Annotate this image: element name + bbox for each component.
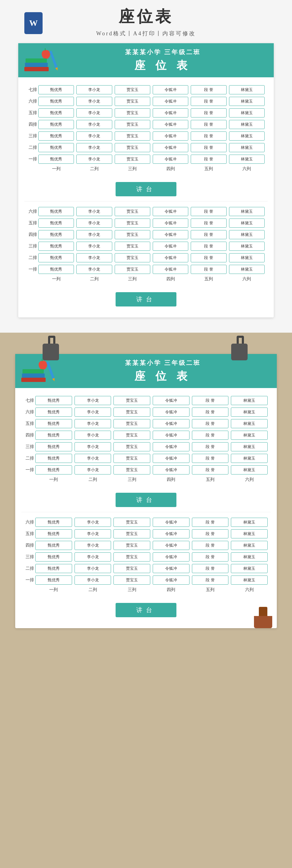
seat[interactable]: 段 誉 xyxy=(192,465,229,474)
seat[interactable]: 李小龙 xyxy=(74,552,111,561)
seat[interactable]: 段 誉 xyxy=(192,407,229,417)
seat[interactable]: 令狐冲 xyxy=(153,242,188,251)
seat[interactable]: 甄优秀 xyxy=(35,564,72,573)
seat[interactable]: 李小龙 xyxy=(74,529,111,538)
seat[interactable]: 林黛玉 xyxy=(229,131,265,141)
seat[interactable]: 甄优秀 xyxy=(38,97,74,106)
seat[interactable]: 贾宝玉 xyxy=(113,454,150,463)
seat[interactable]: 李小龙 xyxy=(76,219,112,228)
seat[interactable]: 李小龙 xyxy=(74,419,111,428)
seat[interactable]: 段 誉 xyxy=(191,108,226,118)
seat[interactable]: 李小龙 xyxy=(76,242,112,251)
seat[interactable]: 李小龙 xyxy=(76,120,112,129)
seat[interactable]: 李小龙 xyxy=(74,541,111,550)
seat[interactable]: 贾宝玉 xyxy=(113,442,150,451)
seat[interactable]: 令狐冲 xyxy=(153,518,190,527)
seat[interactable]: 甄优秀 xyxy=(38,265,74,274)
seat[interactable]: 林黛玉 xyxy=(231,396,268,405)
seat[interactable]: 段 誉 xyxy=(192,529,229,538)
seat[interactable]: 林黛玉 xyxy=(229,85,265,94)
seat[interactable]: 贾宝玉 xyxy=(113,465,150,474)
seat[interactable]: 令狐冲 xyxy=(153,219,188,228)
seat[interactable]: 令狐冲 xyxy=(153,155,188,164)
seat[interactable]: 林黛玉 xyxy=(231,442,268,451)
seat[interactable]: 林黛玉 xyxy=(231,407,268,417)
seat[interactable]: 贾宝玉 xyxy=(115,155,150,164)
seat[interactable]: 甄优秀 xyxy=(35,454,72,463)
seat[interactable]: 林黛玉 xyxy=(231,518,268,527)
seat[interactable]: 段 誉 xyxy=(191,131,226,141)
seat[interactable]: 李小龙 xyxy=(74,564,111,573)
seat[interactable]: 林黛玉 xyxy=(231,552,268,561)
seat[interactable]: 令狐冲 xyxy=(153,552,190,561)
seat[interactable]: 令狐冲 xyxy=(153,97,188,106)
seat[interactable]: 李小龙 xyxy=(74,518,111,527)
seat[interactable]: 段 誉 xyxy=(192,564,229,573)
seat[interactable]: 令狐冲 xyxy=(153,454,190,463)
seat[interactable]: 贾宝玉 xyxy=(115,230,150,239)
seat[interactable]: 李小龙 xyxy=(74,431,111,440)
seat[interactable]: 甄优秀 xyxy=(35,407,72,417)
seat[interactable]: 林黛玉 xyxy=(231,454,268,463)
seat[interactable]: 段 誉 xyxy=(191,120,226,129)
seat[interactable]: 李小龙 xyxy=(74,442,111,451)
seat[interactable]: 林黛玉 xyxy=(229,155,265,164)
seat[interactable]: 段 誉 xyxy=(192,552,229,561)
seat[interactable]: 贾宝玉 xyxy=(113,552,150,561)
seat[interactable]: 甄优秀 xyxy=(38,143,74,152)
seat[interactable]: 林黛玉 xyxy=(229,143,265,152)
seat[interactable]: 令狐冲 xyxy=(153,253,188,262)
seat[interactable]: 林黛玉 xyxy=(229,265,265,274)
seat[interactable]: 贾宝玉 xyxy=(113,541,150,550)
seat[interactable]: 令狐冲 xyxy=(153,564,190,573)
seat[interactable]: 贾宝玉 xyxy=(115,143,150,152)
seat[interactable]: 令狐冲 xyxy=(153,85,188,94)
seat[interactable]: 令狐冲 xyxy=(153,407,190,417)
seat[interactable]: 贾宝玉 xyxy=(113,529,150,538)
seat[interactable]: 李小龙 xyxy=(74,465,111,474)
seat[interactable]: 林黛玉 xyxy=(229,120,265,129)
seat[interactable]: 甄优秀 xyxy=(38,131,74,141)
seat[interactable]: 贾宝玉 xyxy=(115,242,150,251)
seat[interactable]: 李小龙 xyxy=(74,454,111,463)
seat[interactable]: 李小龙 xyxy=(76,230,112,239)
seat[interactable]: 贾宝玉 xyxy=(113,419,150,428)
seat[interactable]: 令狐冲 xyxy=(153,529,190,538)
seat[interactable]: 段 誉 xyxy=(192,541,229,550)
seat[interactable]: 段 誉 xyxy=(191,97,226,106)
seat[interactable]: 甄优秀 xyxy=(35,541,72,550)
seat[interactable]: 段 誉 xyxy=(191,219,226,228)
seat[interactable]: 段 誉 xyxy=(192,396,229,405)
seat[interactable]: 令狐冲 xyxy=(153,431,190,440)
seat[interactable]: 李小龙 xyxy=(76,155,112,164)
seat[interactable]: 甄优秀 xyxy=(38,120,74,129)
seat[interactable]: 林黛玉 xyxy=(231,419,268,428)
seat[interactable]: 李小龙 xyxy=(76,143,112,152)
seat[interactable]: 李小龙 xyxy=(76,85,112,94)
seat[interactable]: 贾宝玉 xyxy=(115,207,150,216)
seat[interactable]: 贾宝玉 xyxy=(115,219,150,228)
seat[interactable]: 令狐冲 xyxy=(153,442,190,451)
seat[interactable]: 林黛玉 xyxy=(229,207,265,216)
seat[interactable]: 段 誉 xyxy=(191,242,226,251)
seat[interactable]: 甄优秀 xyxy=(35,465,72,474)
seat[interactable]: 贾宝玉 xyxy=(113,576,150,585)
seat[interactable]: 甄优秀 xyxy=(35,518,72,527)
seat[interactable]: 贾宝玉 xyxy=(115,85,150,94)
seat[interactable]: 李小龙 xyxy=(74,407,111,417)
seat[interactable]: 林黛玉 xyxy=(229,97,265,106)
seat[interactable]: 林黛玉 xyxy=(231,564,268,573)
seat[interactable]: 林黛玉 xyxy=(229,253,265,262)
seat[interactable]: 甄优秀 xyxy=(35,442,72,451)
seat[interactable]: 贾宝玉 xyxy=(115,120,150,129)
seat[interactable]: 贾宝玉 xyxy=(115,265,150,274)
seat[interactable]: 甄优秀 xyxy=(38,253,74,262)
seat[interactable]: 林黛玉 xyxy=(231,541,268,550)
seat[interactable]: 令狐冲 xyxy=(153,207,188,216)
seat[interactable]: 甄优秀 xyxy=(38,155,74,164)
seat[interactable]: 段 誉 xyxy=(192,454,229,463)
seat[interactable]: 甄优秀 xyxy=(38,242,74,251)
seat[interactable]: 甄优秀 xyxy=(35,552,72,561)
seat[interactable]: 段 誉 xyxy=(192,442,229,451)
seat[interactable]: 李小龙 xyxy=(74,396,111,405)
